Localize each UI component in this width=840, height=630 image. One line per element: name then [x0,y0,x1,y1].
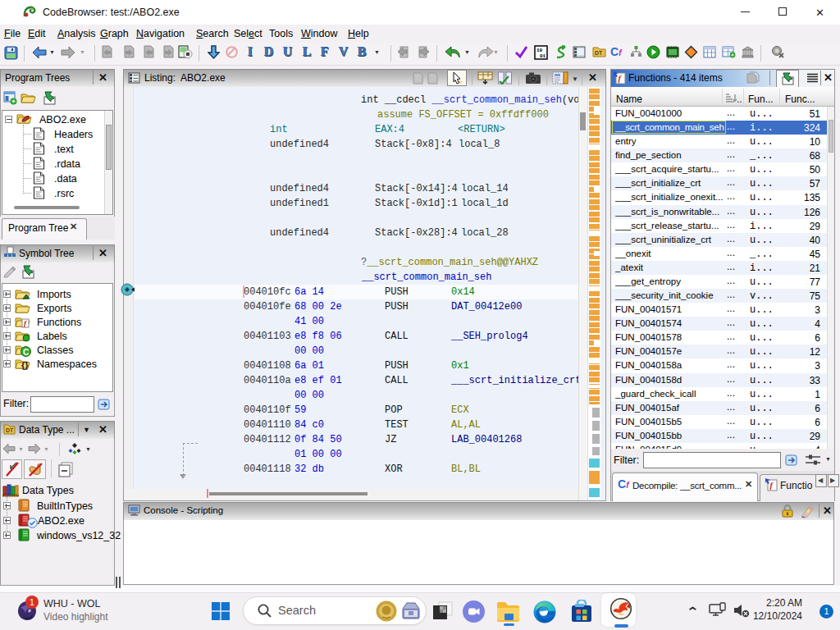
svg-text:01: 01 [540,53,546,59]
svg-text:C: C [23,348,29,357]
svg-text:10: 10 [536,48,543,53]
svg-text:{}: {} [21,360,29,370]
svg-text:DT: DT [595,50,603,56]
svg-text:DT: DT [6,427,14,433]
